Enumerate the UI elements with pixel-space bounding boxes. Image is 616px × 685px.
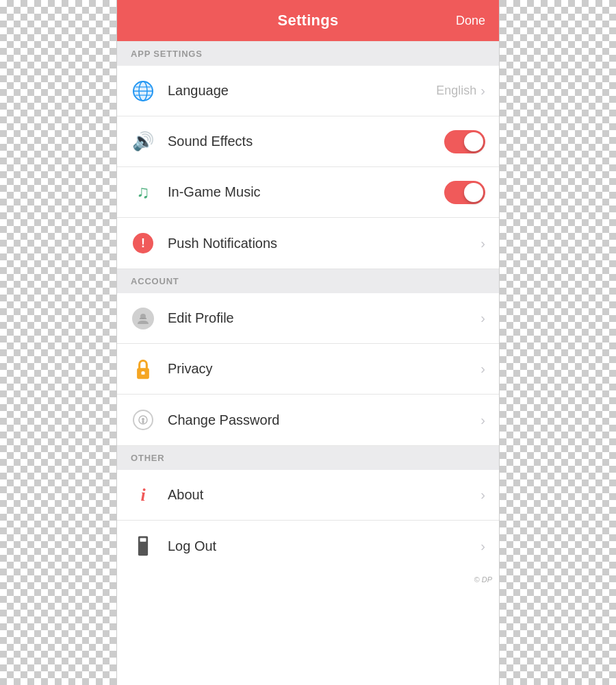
account-header: ACCOUNT: [117, 269, 499, 293]
copyright: © DP: [117, 571, 499, 588]
settings-screen: Settings Done APP SETTINGS Language Engl…: [116, 0, 500, 685]
privacy-row[interactable]: Privacy ›: [117, 344, 499, 395]
other-section: OTHER i About › Log Out ›: [117, 445, 499, 571]
push-notifications-label: Push Notifications: [168, 236, 480, 251]
change-password-chevron: ›: [480, 412, 485, 428]
music-icon: ♫: [131, 180, 155, 205]
about-row[interactable]: i About ›: [117, 470, 499, 521]
alert-icon: !: [131, 231, 155, 256]
privacy-chevron: ›: [480, 361, 485, 377]
password-icon: [131, 408, 155, 432]
header-title: Settings: [277, 12, 338, 29]
header: Settings Done: [117, 0, 499, 41]
in-game-music-toggle[interactable]: [444, 181, 485, 204]
sound-effects-label: Sound Effects: [168, 134, 444, 149]
language-label: Language: [168, 83, 436, 99]
account-section: ACCOUNT Edit Profile ›: [117, 269, 499, 445]
logout-row[interactable]: Log Out ›: [117, 521, 499, 571]
logout-chevron: ›: [480, 538, 485, 554]
logout-icon: [131, 534, 155, 558]
edit-profile-label: Edit Profile: [168, 310, 480, 326]
other-header: OTHER: [117, 446, 499, 470]
in-game-music-label: In-Game Music: [168, 184, 444, 200]
app-settings-header: APP SETTINGS: [117, 42, 499, 66]
push-notifications-chevron: ›: [480, 236, 485, 251]
about-label: About: [168, 487, 480, 503]
change-password-row[interactable]: Change Password ›: [117, 395, 499, 445]
language-chevron: ›: [480, 83, 485, 99]
profile-icon: [131, 306, 155, 331]
logout-label: Log Out: [168, 538, 480, 554]
edit-profile-row[interactable]: Edit Profile ›: [117, 293, 499, 344]
lock-icon: [131, 357, 155, 382]
edit-profile-chevron: ›: [480, 310, 485, 326]
svg-rect-13: [142, 421, 144, 423]
language-row[interactable]: Language English ›: [117, 66, 499, 116]
push-notifications-row[interactable]: ! Push Notifications ›: [117, 218, 499, 269]
language-value: English: [436, 84, 476, 98]
svg-point-10: [142, 371, 144, 374]
privacy-label: Privacy: [168, 361, 480, 377]
sound-effects-row[interactable]: 🔊 Sound Effects: [117, 116, 499, 167]
in-game-music-row[interactable]: ♫ In-Game Music: [117, 167, 499, 218]
info-icon: i: [131, 483, 155, 508]
sound-effects-toggle[interactable]: [444, 130, 485, 153]
svg-point-12: [142, 418, 144, 421]
sound-icon: 🔊: [131, 129, 155, 154]
change-password-label: Change Password: [168, 412, 480, 428]
app-settings-section: APP SETTINGS Language English › 🔊: [117, 41, 499, 269]
done-button[interactable]: Done: [456, 14, 485, 28]
globe-icon: [131, 79, 155, 103]
svg-rect-15: [140, 538, 146, 541]
about-chevron: ›: [480, 487, 485, 503]
